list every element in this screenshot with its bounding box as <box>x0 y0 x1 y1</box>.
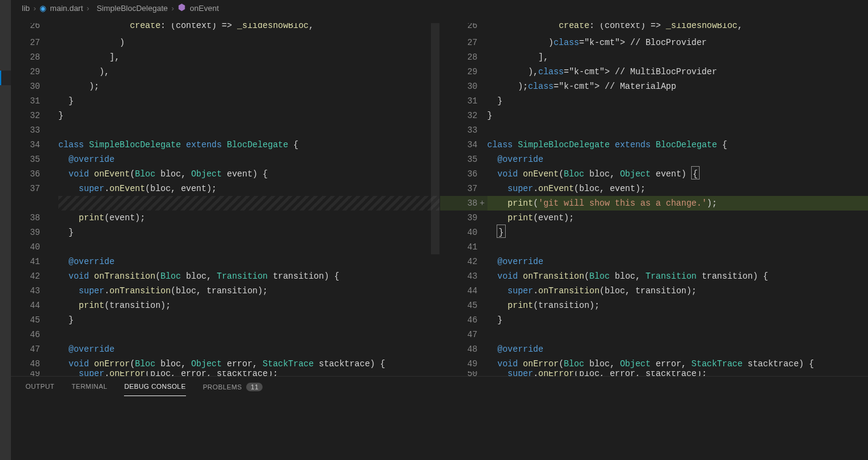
panel-tab-terminal[interactable]: TERMINAL <box>72 383 108 396</box>
bottom-panel: OUTPUT TERMINAL DEBUG CONSOLE PROBLEMS 1… <box>11 376 868 460</box>
breadcrumb-sep: › <box>87 4 89 13</box>
diff-right-pane[interactable]: 2627282930313233343536373839404142434445… <box>439 23 869 376</box>
breadcrumb-file[interactable]: main.dart <box>50 4 83 13</box>
breadcrumb-folder[interactable]: lib <box>22 4 30 13</box>
panel-tab-output[interactable]: OUTPUT <box>26 383 55 396</box>
breadcrumb-sep: › <box>33 4 36 13</box>
diff-left-pane[interactable]: 2627282930313233343536373839404142434445… <box>11 23 439 376</box>
breadcrumb-method[interactable]: onEvent <box>190 4 219 13</box>
activity-selected-indicator <box>0 71 11 85</box>
left-gutter: 2627282930313233343536373839404142434445… <box>11 23 58 376</box>
panel-tabs: OUTPUT TERMINAL DEBUG CONSOLE PROBLEMS 1… <box>11 377 868 396</box>
right-gutter: 2627282930313233343536373839404142434445… <box>440 23 487 376</box>
activity-selected-highlight <box>0 71 1 85</box>
panel-tab-label: PROBLEMS <box>203 383 242 391</box>
right-code[interactable]: create: (context) => _slideshowBloc, )cl… <box>487 23 869 376</box>
dart-file-icon: ◉ <box>40 4 46 13</box>
breadcrumb-sep: › <box>171 4 174 13</box>
breadcrumb-class[interactable]: SimpleBlocDelegate <box>97 4 168 13</box>
problems-count-badge: 11 <box>246 383 263 391</box>
breadcrumb[interactable]: lib › ◉ main.dart › SimpleBlocDelegate ›… <box>22 0 219 16</box>
activity-bar[interactable] <box>0 0 11 460</box>
diff-editor: 2627282930313233343536373839404142434445… <box>11 23 868 376</box>
left-code[interactable]: create: (context) => _slideshowBloc, ) ]… <box>58 23 439 376</box>
panel-tab-problems[interactable]: PROBLEMS 11 <box>203 383 263 396</box>
panel-tab-debug-console[interactable]: DEBUG CONSOLE <box>124 383 185 396</box>
method-icon <box>177 3 186 13</box>
scrollbar[interactable] <box>431 23 439 254</box>
